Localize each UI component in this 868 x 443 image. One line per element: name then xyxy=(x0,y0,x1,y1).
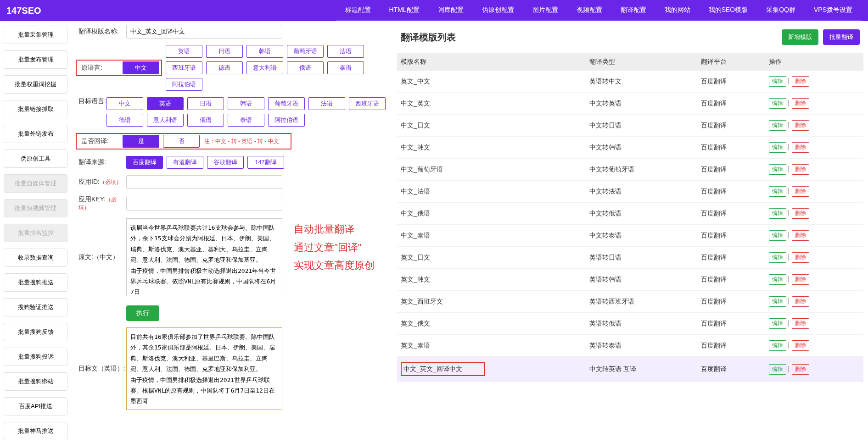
lang-option[interactable]: 韩语 xyxy=(246,45,283,58)
table-row[interactable]: 中文_俄语中文转俄语百度翻译编辑|删除 xyxy=(397,203,863,225)
sidebar-item[interactable]: 百度API推送 xyxy=(4,397,67,415)
table-row[interactable]: 英文_中文英语转中文百度翻译编辑|删除 xyxy=(397,71,863,93)
delete-button[interactable]: 删除 xyxy=(792,76,809,87)
srclang-opt-selected[interactable]: 中文 xyxy=(123,61,159,74)
lang-option[interactable]: 葡萄牙语 xyxy=(268,97,305,110)
backtrans-option[interactable]: 否 xyxy=(163,135,200,148)
sidebar-item[interactable]: 批量链接抓取 xyxy=(4,100,67,118)
delete-button[interactable]: 删除 xyxy=(792,120,809,131)
lang-option[interactable]: 意大利语 xyxy=(147,114,184,127)
edit-button[interactable]: 编辑 xyxy=(769,296,786,307)
execute-button[interactable]: 执行 xyxy=(126,305,159,321)
topnav-item[interactable]: HTML配置 xyxy=(380,0,429,21)
source-option[interactable]: 有道翻译 xyxy=(167,156,203,169)
srctext-input[interactable] xyxy=(126,218,282,296)
delete-button[interactable]: 删除 xyxy=(792,274,809,285)
source-option[interactable]: 百度翻译 xyxy=(126,156,163,169)
table-row[interactable]: 中文_英文_回译中文中文转英语 互译百度翻译编辑|删除 xyxy=(397,357,863,382)
sidebar-item[interactable]: 收录数据查询 xyxy=(4,249,67,267)
edit-button[interactable]: 编辑 xyxy=(769,230,786,241)
edit-button[interactable]: 编辑 xyxy=(769,364,786,375)
edit-button[interactable]: 编辑 xyxy=(769,164,786,175)
edit-button[interactable]: 编辑 xyxy=(769,274,786,285)
edit-button[interactable]: 编辑 xyxy=(769,76,786,87)
lang-option[interactable]: 俄语 xyxy=(187,114,224,127)
backtrans-option[interactable]: 是 xyxy=(123,135,159,148)
table-row[interactable]: 中文_泰语中文转泰语百度翻译编辑|删除 xyxy=(397,225,863,247)
lang-option[interactable]: 法语 xyxy=(308,97,345,110)
table-row[interactable]: 中文_英文中文转英语百度翻译编辑|删除 xyxy=(397,93,863,115)
lang-option[interactable]: 韩语 xyxy=(228,97,264,110)
table-row[interactable]: 中文_日文中文转日语百度翻译编辑|删除 xyxy=(397,115,863,137)
topnav-item[interactable]: 我的网站 xyxy=(655,0,700,21)
lang-option[interactable]: 泰语 xyxy=(327,61,364,74)
table-row[interactable]: 英文_泰语英语转泰语百度翻译编辑|删除 xyxy=(397,335,863,357)
batch-translate-button[interactable]: 批量翻译 xyxy=(823,29,860,45)
sidebar-item[interactable]: 批量权重词挖掘 xyxy=(4,75,67,94)
lang-option[interactable]: 日语 xyxy=(187,97,224,110)
delete-button[interactable]: 删除 xyxy=(792,164,809,175)
edit-button[interactable]: 编辑 xyxy=(769,340,786,351)
edit-button[interactable]: 编辑 xyxy=(769,208,786,219)
table-row[interactable]: 英文_日文英语转日语百度翻译编辑|删除 xyxy=(397,247,863,269)
lang-option[interactable]: 英语 xyxy=(147,97,184,110)
edit-button[interactable]: 编辑 xyxy=(769,318,786,329)
sidebar-item[interactable]: 批量神马推送 xyxy=(4,422,67,440)
lang-option[interactable]: 法语 xyxy=(327,45,364,58)
delete-button[interactable]: 删除 xyxy=(792,252,809,263)
tgttext-output[interactable] xyxy=(126,327,282,410)
lang-option[interactable]: 泰语 xyxy=(228,114,264,127)
delete-button[interactable]: 删除 xyxy=(792,296,809,307)
edit-button[interactable]: 编辑 xyxy=(769,252,786,263)
topnav-item[interactable]: 采集QQ群 xyxy=(757,0,805,21)
topnav-item[interactable]: 标题配置 xyxy=(336,0,380,21)
delete-button[interactable]: 删除 xyxy=(792,318,809,329)
sidebar-item[interactable]: 批量搜狗推送 xyxy=(4,273,67,292)
table-row[interactable]: 中文_法语中文转法语百度翻译编辑|删除 xyxy=(397,181,863,203)
topnav-item[interactable]: 图片配置 xyxy=(523,0,567,21)
edit-button[interactable]: 编辑 xyxy=(769,186,786,197)
table-row[interactable]: 英文_韩文英语转韩语百度翻译编辑|删除 xyxy=(397,269,863,291)
lang-option[interactable]: 德语 xyxy=(106,114,143,127)
delete-button[interactable]: 删除 xyxy=(792,208,809,219)
lang-option[interactable]: 意大利语 xyxy=(246,61,283,74)
source-option[interactable]: 谷歌翻译 xyxy=(207,156,244,169)
source-option[interactable]: 147翻译 xyxy=(247,156,284,169)
lang-option[interactable]: 德语 xyxy=(206,61,243,74)
lang-option[interactable]: 西班牙语 xyxy=(166,61,202,74)
table-row[interactable]: 英文_俄文英语转俄语百度翻译编辑|删除 xyxy=(397,313,863,335)
appid-input[interactable] xyxy=(126,175,282,189)
topnav-item[interactable]: 翻译配置 xyxy=(611,0,655,21)
table-row[interactable]: 英文_西班牙文英语转西班牙语百度翻译编辑|删除 xyxy=(397,291,863,313)
delete-button[interactable]: 删除 xyxy=(792,364,809,375)
delete-button[interactable]: 删除 xyxy=(792,98,809,109)
delete-button[interactable]: 删除 xyxy=(792,340,809,351)
edit-button[interactable]: 编辑 xyxy=(769,120,786,131)
lang-option[interactable]: 西班牙语 xyxy=(349,97,386,110)
table-row[interactable]: 中文_葡萄牙语中文转葡萄牙语百度翻译编辑|删除 xyxy=(397,159,863,181)
topnav-item[interactable]: 我的SEO模版 xyxy=(700,0,757,21)
sidebar-item[interactable]: 批量外链发布 xyxy=(4,125,67,143)
topnav-item[interactable]: VPS拨号设置 xyxy=(805,0,862,21)
lang-option[interactable]: 英语 xyxy=(166,45,202,58)
table-row[interactable]: 中文_韩文中文转韩语百度翻译编辑|删除 xyxy=(397,137,863,159)
lang-option[interactable]: 阿拉伯语 xyxy=(268,114,305,127)
appkey-input[interactable] xyxy=(126,197,282,210)
sidebar-item[interactable]: 批量搜狗反馈 xyxy=(4,323,67,341)
topnav-item[interactable]: 视频配置 xyxy=(567,0,611,21)
lang-option[interactable]: 俄语 xyxy=(287,61,324,74)
lang-option[interactable]: 日语 xyxy=(206,45,243,58)
delete-button[interactable]: 删除 xyxy=(792,142,809,153)
new-template-button[interactable]: 新增模版 xyxy=(782,29,818,45)
delete-button[interactable]: 删除 xyxy=(792,230,809,241)
topnav-item[interactable]: 词库配置 xyxy=(429,0,473,21)
sidebar-item[interactable]: 批量搜狗绑站 xyxy=(4,372,67,391)
topnav-item[interactable]: 伪原创配置 xyxy=(473,0,523,21)
sidebar-item[interactable]: 搜狗验证推送 xyxy=(4,298,67,316)
tplname-input[interactable] xyxy=(126,25,282,39)
delete-button[interactable]: 删除 xyxy=(792,186,809,197)
edit-button[interactable]: 编辑 xyxy=(769,98,786,109)
lang-option[interactable]: 葡萄牙语 xyxy=(287,45,324,58)
lang-option[interactable]: 中文 xyxy=(106,97,143,110)
sidebar-item[interactable]: 批量采集管理 xyxy=(4,26,67,44)
